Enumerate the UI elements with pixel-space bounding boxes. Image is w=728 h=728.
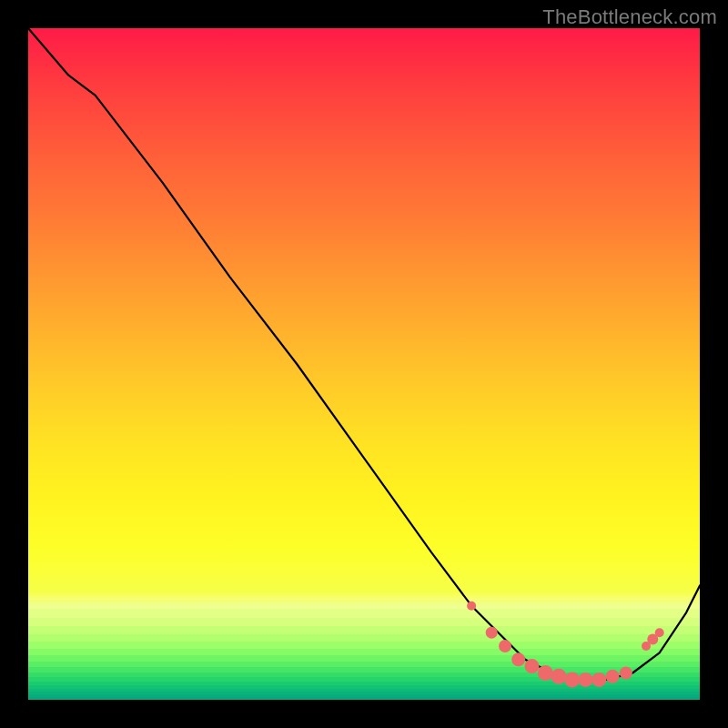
watermark-text: TheBottleneck.com	[542, 5, 717, 29]
gradient-sky	[28, 28, 700, 700]
plot-area	[28, 28, 700, 700]
chart-frame: TheBottleneck.com	[0, 0, 728, 728]
